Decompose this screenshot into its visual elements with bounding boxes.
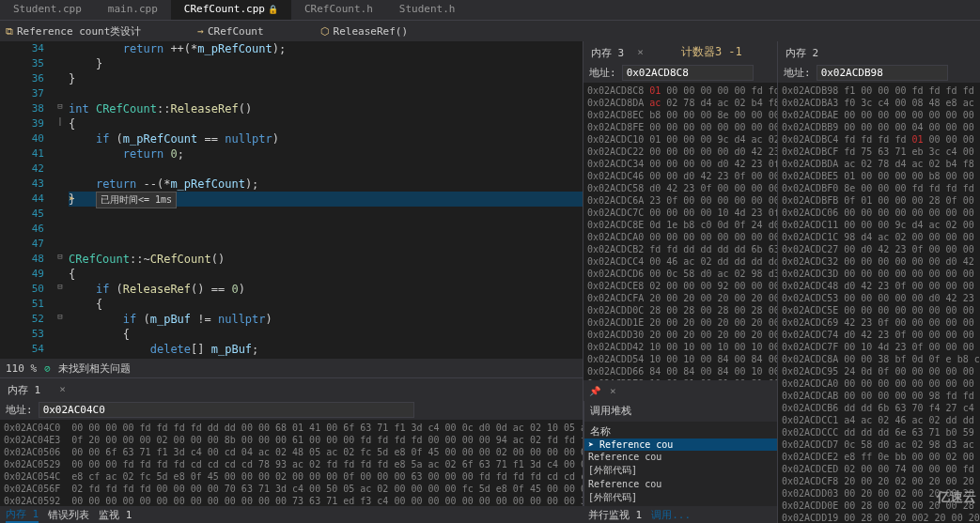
addr-label: 地址: (6, 403, 33, 417)
mem3-title: 内存 3 (589, 44, 631, 60)
tab-crefcount-cpp[interactable]: CRefCount.cpp (171, 0, 291, 20)
mem2-hex-view[interactable]: 0x02ACDB98 f1 00 00 00 fd fd fd fd 6e 63… (778, 83, 980, 523)
close-icon[interactable]: × (610, 385, 616, 397)
project-icon: ⧉ (6, 25, 13, 38)
code-editor[interactable]: 3435363738394041424344454647484950515253… (0, 41, 583, 359)
bottom-tabs: 内存 1 错误列表 监视 1 (0, 506, 583, 523)
zoom-level[interactable]: 110 % (6, 362, 37, 375)
breadcrumb-class[interactable]: →CRefCount (197, 25, 263, 38)
footer-tab-mem1[interactable]: 内存 1 (6, 507, 39, 523)
addr-label: 地址: (589, 66, 616, 80)
code-area[interactable]: return ++(*m_pRefCount); }}int CRefCount… (69, 41, 583, 359)
mem2-title: 内存 2 (784, 44, 826, 60)
counter-label: 计数器3 -1 (681, 44, 742, 60)
watermark-logo: 亿速云 (937, 489, 976, 506)
tab-main-cpp[interactable]: main.cpp (95, 0, 171, 20)
callstack-title: 调用堆栈 (584, 401, 777, 422)
close-icon[interactable]: × (637, 46, 644, 58)
callstack-name-header: 名称 (584, 422, 777, 438)
breadcrumb-project[interactable]: ⧉Reference count类设计 (6, 24, 141, 38)
status-message: 未找到相关问题 (58, 361, 131, 376)
breadcrumb: ⧉Reference count类设计 →CRefCount ⬡ReleaseR… (0, 21, 980, 41)
tab-crefcount-h[interactable]: CRefCount.h (291, 0, 386, 20)
editor-status: 110 % ⊘ 未找到相关问题 (0, 359, 583, 377)
mem1-title: 内存 1 (6, 381, 48, 397)
mem1-address-input[interactable] (39, 402, 414, 418)
footer-tab-parallel-watch[interactable]: 并行监视 1 (588, 508, 642, 522)
footer-tab-watch[interactable]: 监视 1 (99, 508, 132, 522)
fold-margin[interactable]: ⊟|⊟⊟⊟ (52, 41, 69, 359)
file-tabs: Student.cpp main.cpp CRefCount.cpp CRefC… (0, 0, 980, 21)
close-icon[interactable]: × (59, 383, 66, 395)
footer-tab-callstack[interactable]: 调用... (651, 508, 691, 522)
tab-student-cpp[interactable]: Student.cpp (0, 0, 95, 20)
line-numbers: 3435363738394041424344454647484950515253… (0, 41, 52, 359)
mem2-address-input[interactable] (817, 65, 948, 81)
check-icon: ⊘ (44, 362, 51, 375)
pin-icon[interactable]: 📌 (589, 386, 600, 396)
breadcrumb-method[interactable]: ⬡ReleaseRef() (320, 25, 408, 38)
class-icon: → (197, 25, 204, 38)
mem3-hex-view[interactable]: 0x02ACD8C8 01 00 00 00 00 00 fd fd 75 63… (583, 83, 777, 380)
method-icon: ⬡ (320, 25, 330, 38)
mem3-address-input[interactable] (622, 65, 754, 81)
addr-label: 地址: (784, 66, 811, 80)
footer-tab-errors[interactable]: 错误列表 (48, 508, 89, 522)
tab-student-h[interactable]: Student.h (386, 0, 469, 20)
right-bottom-tabs: 并行监视 1 调用... (583, 506, 777, 523)
